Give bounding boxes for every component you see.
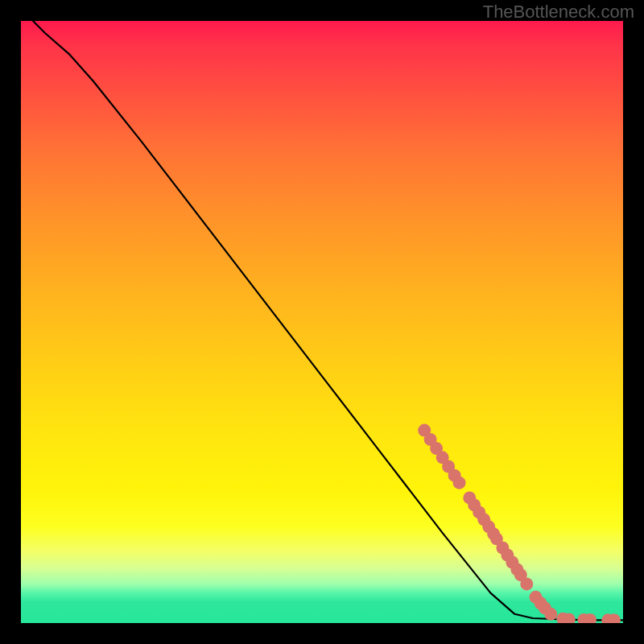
chart-plot-area — [21, 21, 623, 623]
watermark-text: TheBottleneck.com — [483, 2, 634, 23]
chart-marker — [544, 608, 557, 621]
chart-curve-line — [33, 21, 623, 620]
chart-overlay-svg — [21, 21, 623, 623]
chart-markers-group — [418, 424, 621, 623]
chart-marker — [520, 577, 533, 590]
chart-marker — [453, 477, 466, 489]
